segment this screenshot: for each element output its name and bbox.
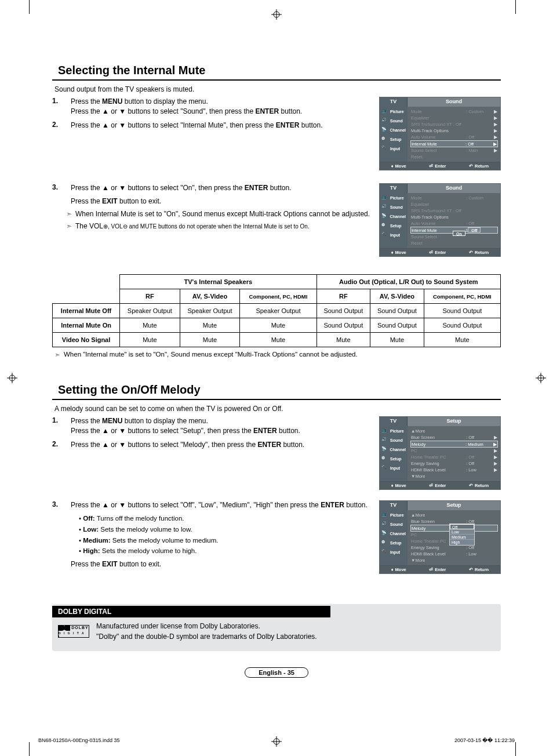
intro-text: A melody sound can be set to come on whe…: [54, 405, 501, 413]
osd-menu-row: ▲More: [411, 512, 497, 518]
intro-text: Sound output from the TV speakers is mut…: [54, 85, 501, 93]
melody-option-line: • Off: Turns off the melody function.: [79, 514, 371, 524]
section-title-melody: Setting the On/Off Melody: [52, 383, 501, 400]
table-row: Internal Mute OffSpeaker OutputSpeaker O…: [53, 304, 501, 318]
osd-title: Setup: [408, 417, 500, 426]
speaker-output-table: TV's Internal Speakers Audio Out (Optica…: [52, 274, 501, 347]
osd-screenshot-setup-dropdown: TV Setup 📺Picture 🔊Sound 📡Channel ⚙Setup…: [379, 500, 501, 574]
note-line: ➣ The VOL⊕, VOL⊖ and MUTE buttons do not…: [66, 221, 371, 231]
table-row-header: Video No Signal: [53, 333, 120, 347]
table-cell: Mute: [240, 333, 316, 347]
osd-title: Sound: [408, 97, 500, 107]
osd-menu-row: Reset: [411, 154, 497, 160]
osd-tv-label: TV: [380, 97, 408, 107]
table-cell: Speaker Output: [240, 304, 316, 318]
osd-menu-row: Energy Saving: Off▶: [411, 460, 497, 467]
step-number: 2.: [52, 440, 64, 450]
osd-tab-sound: 🔊Sound: [380, 116, 408, 125]
osd-menu-row: HDMI Black Level: Low: [411, 551, 497, 557]
table-cell: Sound Output: [424, 318, 500, 333]
osd-menu-row: SRS TruSurround XT : Off: [411, 208, 497, 214]
table-row: Internal Mute OnMuteMuteMuteSound Output…: [53, 318, 501, 333]
osd-tab-picture: 📺Picture: [380, 193, 408, 202]
osd-footer: ♦Move ⏎Enter ↶Return: [380, 565, 500, 573]
osd-screenshot-sound-on: TV Sound 📺Picture 🔊Sound 📡Channel ⚙Setup…: [379, 183, 501, 257]
table-note: ➣ When "Internal mute" is set to "On", S…: [54, 351, 501, 359]
step-number: 3.: [52, 183, 64, 207]
osd-screenshot-setup: TV Setup 📺Picture 🔊Sound 📡Channel ⚙Setup…: [379, 416, 501, 490]
osd-dropdown-item: Off: [450, 524, 474, 529]
table-row-header: Internal Mute Off: [53, 304, 120, 318]
osd-tab-setup: ⚙Setup: [380, 454, 408, 463]
step-text: Press the ▲ or ▼ buttons to select "On",…: [71, 183, 371, 207]
dolby-logo-icon: DOLBY D I G I T A L: [58, 625, 89, 638]
osd-menu-row: Blue Screen: Off▶: [411, 434, 497, 441]
table-header: AV, S-Video: [180, 289, 240, 304]
osd-menu-row: Equalizer▶: [411, 115, 497, 121]
osd-tab-channel: 📡Channel: [380, 212, 408, 221]
osd-tab-setup: ⚙Setup: [380, 221, 408, 230]
osd-menu-row: Mode: Custom: [411, 195, 497, 201]
table-cell: Sound Output: [316, 318, 370, 333]
osd-tab-picture: 📺Picture: [380, 510, 408, 519]
step-text: Press the ▲ or ▼ buttons to select "Melo…: [71, 440, 371, 450]
osd-menu-row: Internal Mute: Off▶: [410, 140, 498, 147]
page-number-pill: English - 35: [245, 667, 308, 678]
table-row: Video No SignalMuteMuteMuteMuteMuteMute: [53, 333, 501, 347]
osd-menu-row: Home Theater PC: Off▶: [411, 454, 497, 460]
osd-menu-row: Reset: [411, 240, 497, 246]
osd-tab-channel: 📡Channel: [380, 445, 408, 454]
osd-tab-channel: 📡Channel: [380, 125, 408, 135]
table-header: AV, S-Video: [370, 289, 424, 304]
osd-tab-input: 🔌Input: [380, 463, 408, 472]
osd-tv-label: TV: [380, 184, 408, 193]
table-cell: Sound Output: [370, 318, 424, 333]
dolby-info-box: DOLBY DIGITAL DOLBY D I G I T A L Manufa…: [52, 604, 501, 651]
osd-dropdown: OffLowMediumHigh: [449, 524, 475, 546]
osd-tab-input: 🔌Input: [380, 144, 408, 153]
osd-tab-input: 🔌Input: [380, 547, 408, 557]
osd-menu-row: ▼More: [411, 557, 497, 564]
step-number: 2.: [52, 121, 64, 130]
osd-screenshot-sound: TV Sound 📺Picture 🔊Sound 📡Channel ⚙Setup…: [379, 97, 501, 170]
registration-mark-icon: [271, 9, 282, 20]
osd-tv-label: TV: [380, 417, 408, 426]
table-cell: Sound Output: [316, 304, 370, 318]
osd-menu-row: PC▶: [411, 448, 497, 454]
step-text: Press the ▲ or ▼ buttons to select "Inte…: [71, 121, 371, 130]
table-cell: Sound Output: [370, 304, 424, 318]
osd-menu-row: SRS TruSurround XT : Off▶: [411, 121, 497, 128]
osd-tab-channel: 📡Channel: [380, 529, 408, 538]
registration-mark-icon: [536, 373, 546, 383]
table-cell: Mute: [316, 333, 370, 347]
table-cell: Sound Output: [424, 304, 500, 318]
table-cell: Mute: [180, 318, 240, 333]
osd-tab-setup: ⚙Setup: [380, 538, 408, 547]
osd-footer: ♦Move ⏎Enter ↶Return: [380, 248, 500, 256]
osd-footer: ♦Move ⏎Enter ↶Return: [380, 162, 500, 170]
melody-option-line: • High: Sets the melody volume to high.: [79, 546, 371, 556]
osd-title: Setup: [408, 501, 500, 510]
osd-menu-row: Sound Select: Main▶: [411, 147, 497, 154]
step-number: 1.: [52, 97, 64, 117]
osd-tab-sound: 🔊Sound: [380, 435, 408, 445]
osd-tab-sound: 🔊Sound: [380, 519, 408, 529]
registration-mark-icon: [7, 373, 17, 383]
arrow-icon: ➣: [66, 209, 72, 219]
table-header: RF: [316, 289, 370, 304]
osd-tab-picture: 📺Picture: [380, 107, 408, 116]
table-cell: Mute: [370, 333, 424, 347]
table-cell: Mute: [180, 333, 240, 347]
osd-dropdown-item: High: [450, 540, 474, 545]
table-cell: Mute: [120, 333, 180, 347]
table-cell: Mute: [424, 333, 500, 347]
arrow-icon: ➣: [54, 351, 60, 359]
table-row-header: Internal Mute On: [53, 318, 120, 333]
osd-menu-row: ▼More: [411, 473, 497, 479]
table-cell: Speaker Output: [120, 304, 180, 318]
osd-dropdown-item: Low: [450, 529, 474, 535]
table-header: Component, PC, HDMI: [240, 289, 316, 304]
step-number: 3.: [52, 500, 64, 569]
melody-option-line: • Low: Sets the melody volume to low.: [79, 525, 371, 535]
step-text: Press the ▲ or ▼ buttons to select "Off"…: [71, 500, 371, 569]
